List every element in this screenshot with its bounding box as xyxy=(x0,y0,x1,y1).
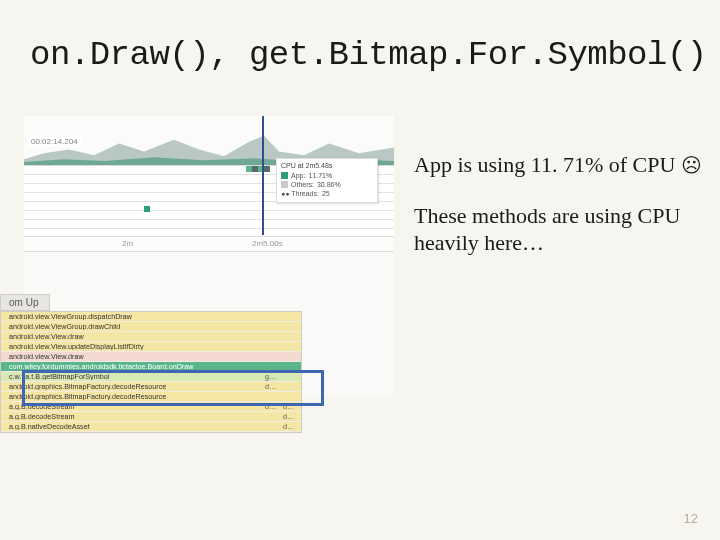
table-row: android.view.View.draw xyxy=(1,352,301,362)
tooltip-row-app: App: 11.71% xyxy=(281,172,373,179)
sad-face-icon: ☹ xyxy=(681,154,702,176)
tooltip-others-value: 30.86% xyxy=(317,181,341,188)
axis-tick-1: 2m xyxy=(122,239,133,248)
table-row: android.graphics.BitmapFactory.decodeRes… xyxy=(1,382,301,392)
method-name: c.w.f.a.t.B.getBitmapForSymbol xyxy=(1,373,265,380)
activity-marker xyxy=(144,206,150,212)
commentary-text-1: App is using 11. 71% of CPU xyxy=(414,152,681,177)
page-title: on.Draw(), get.Bitmap.For.Symbol() xyxy=(0,0,720,74)
commentary-line-2: These methods are using CPU heavily here… xyxy=(414,203,720,257)
commentary-line-1: App is using 11. 71% of CPU ☹ xyxy=(414,152,720,179)
col-2: o… xyxy=(265,403,283,410)
tooltip-app-value: 11.71% xyxy=(308,172,332,179)
commentary: App is using 11. 71% of CPU ☹ These meth… xyxy=(414,152,720,280)
tooltip-others-label: Others: xyxy=(291,181,314,188)
method-name: a.g.B.nativeDecodeAsset xyxy=(1,423,265,430)
method-name: android.view.ViewGroup.drawChild xyxy=(1,323,265,330)
methods-table: android.view.ViewGroup.dispatchDrawandro… xyxy=(0,311,302,433)
swatch-app-icon xyxy=(281,172,288,179)
method-name: a.g.B.decodeStream xyxy=(1,413,265,420)
table-row: android.view.ViewGroup.dispatchDraw xyxy=(1,312,301,322)
col-3: d… xyxy=(283,413,301,420)
tooltip-threads-value: 25 xyxy=(322,190,330,197)
col-2: g… xyxy=(265,373,283,380)
method-name: android.graphics.BitmapFactory.decodeRes… xyxy=(1,383,265,390)
tooltip-row-threads: ●● Threads: 25 xyxy=(281,190,373,197)
col-3: d… xyxy=(283,423,301,430)
table-row: android.view.ViewGroup.drawChild xyxy=(1,322,301,332)
bottom-up-panel: om Up android.view.ViewGroup.dispatchDra… xyxy=(0,294,302,433)
table-row: a.g.B.nativeDecodeAssetd… xyxy=(1,422,301,432)
method-name: android.view.View.updateDisplayListIfDir… xyxy=(1,343,265,350)
tooltip-title: CPU at 2m5.48s xyxy=(281,162,373,169)
playhead-line xyxy=(262,116,264,235)
table-row: android.graphics.BitmapFactory.decodeRes… xyxy=(1,392,301,402)
swatch-others-icon xyxy=(281,181,288,188)
cpu-tooltip: CPU at 2m5.48s App: 11.71% Others: 30.86… xyxy=(276,158,378,203)
col-2: d… xyxy=(265,383,283,390)
col-3: d… xyxy=(283,403,301,410)
table-row: android.view.View.draw xyxy=(1,332,301,342)
method-name: android.view.ViewGroup.dispatchDraw xyxy=(1,313,265,320)
bottom-up-tab: om Up xyxy=(0,294,50,311)
table-row: c.w.f.a.t.B.getBitmapForSymbolg… xyxy=(1,372,301,382)
slide-number: 12 xyxy=(684,511,698,526)
table-row: a.g.B.decodeStreamo…d… xyxy=(1,402,301,412)
table-row: com.wiley.fordummies.androidsdk.tictacto… xyxy=(1,362,301,372)
method-name: android.graphics.BitmapFactory.decodeRes… xyxy=(1,393,265,400)
table-row: android.view.View.updateDisplayListIfDir… xyxy=(1,342,301,352)
method-name: android.view.View.draw xyxy=(1,353,265,360)
tooltip-threads-label: ●● Threads: xyxy=(281,190,319,197)
axis-tick-2: 2m5.00s xyxy=(252,239,283,248)
table-row: a.g.B.decodeStreamd… xyxy=(1,412,301,422)
method-name: android.view.View.draw xyxy=(1,333,265,340)
time-axis: 2m 2m5.00s xyxy=(24,236,394,252)
method-name: a.g.B.decodeStream xyxy=(1,403,265,410)
tooltip-app-label: App: xyxy=(291,172,305,179)
tooltip-row-others: Others: 30.86% xyxy=(281,181,373,188)
method-name: com.wiley.fordummies.androidsdk.tictacto… xyxy=(1,363,265,370)
